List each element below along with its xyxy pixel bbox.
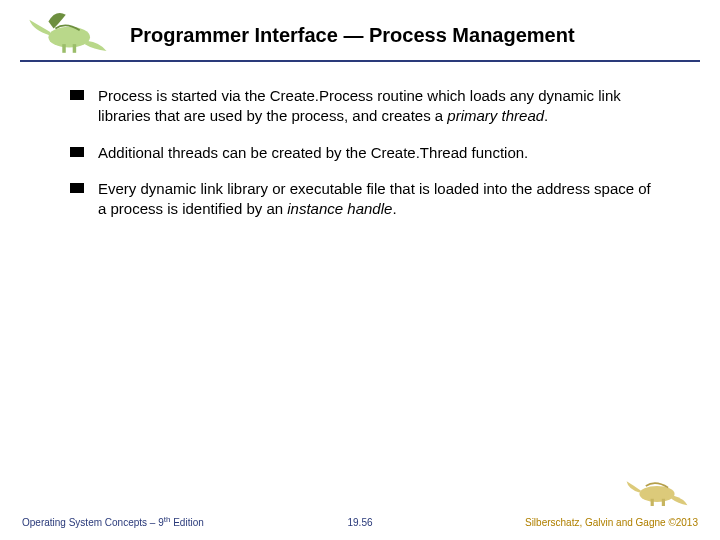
footer-left-b: Edition bbox=[170, 517, 203, 528]
bullet-text: Every dynamic link library or executable… bbox=[98, 179, 660, 220]
dinosaur-bottom-icon bbox=[622, 470, 692, 510]
bullet-text: Additional threads can be created by the… bbox=[98, 143, 660, 163]
bullet-text-suffix: . bbox=[544, 107, 548, 124]
bullet-text: Process is started via the Create.Proces… bbox=[98, 86, 660, 127]
dinosaur-top-icon bbox=[20, 6, 115, 58]
bullet-text-prefix: Additional threads can be created by the… bbox=[98, 144, 528, 161]
bullet-marker-icon bbox=[70, 90, 84, 100]
slide-title: Programmer Interface — Process Managemen… bbox=[130, 24, 575, 47]
bullet-text-suffix: . bbox=[392, 200, 396, 217]
svg-rect-1 bbox=[62, 44, 65, 53]
slide-header: Programmer Interface — Process Managemen… bbox=[20, 0, 700, 62]
svg-rect-4 bbox=[651, 499, 654, 506]
bullet-marker-icon bbox=[70, 147, 84, 157]
bullet-text-italic: primary thread bbox=[447, 107, 544, 124]
svg-point-3 bbox=[639, 486, 674, 502]
footer-copyright: Silberschatz, Galvin and Gagne ©2013 bbox=[525, 517, 698, 528]
footer-page-number: 19.56 bbox=[347, 517, 372, 528]
footer-left-a: Operating System Concepts – 9 bbox=[22, 517, 164, 528]
bullet-item: Process is started via the Create.Proces… bbox=[70, 86, 660, 127]
bullet-item: Every dynamic link library or executable… bbox=[70, 179, 660, 220]
svg-point-0 bbox=[48, 27, 90, 48]
slide: Programmer Interface — Process Managemen… bbox=[0, 0, 720, 540]
bullet-marker-icon bbox=[70, 183, 84, 193]
svg-rect-5 bbox=[662, 499, 665, 506]
bullet-item: Additional threads can be created by the… bbox=[70, 143, 660, 163]
slide-content: Process is started via the Create.Proces… bbox=[0, 62, 720, 219]
bullet-text-italic: instance handle bbox=[287, 200, 392, 217]
svg-rect-2 bbox=[73, 44, 76, 53]
footer-left: Operating System Concepts – 9th Edition bbox=[22, 515, 204, 528]
